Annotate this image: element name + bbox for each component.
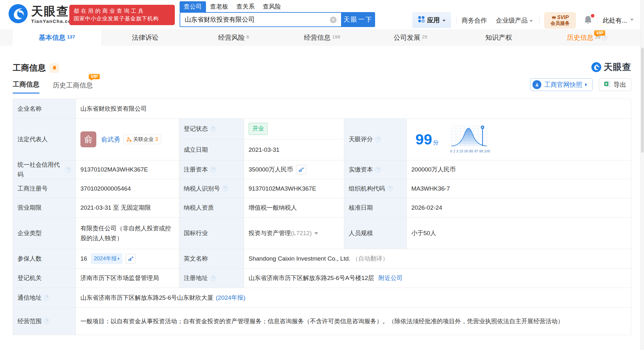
- taxpayer-id-label: 纳税人识别号?: [179, 179, 244, 198]
- help-icon[interactable]: ?: [210, 276, 216, 281]
- reg-authority-label: 登记机关: [13, 269, 76, 288]
- reg-status-label: 登记状态?: [179, 119, 244, 139]
- mail-address-label: 通信地址?: [13, 288, 76, 307]
- reg-address-label: 注册地址?: [179, 269, 244, 288]
- legal-rep-label: 法定代表人: [13, 119, 76, 160]
- tianyancha-logo-icon: [8, 4, 28, 25]
- tianyancha-logo[interactable]: 天眼查 TianYanCha.com: [8, 4, 76, 25]
- divider: [539, 17, 539, 24]
- enterprise-product-menu[interactable]: 企业级产品: [496, 16, 533, 25]
- help-icon[interactable]: ?: [223, 186, 228, 191]
- score-axis-ticks: 0131550859799100: [450, 148, 490, 154]
- business-info-table: 企业名称 山东省财欣投资有限公司 法定代表人 俞 俞武勇 关联企业 3 登记状: [13, 99, 631, 335]
- crown-icon: [552, 15, 556, 20]
- company-name-label: 企业名称: [13, 99, 76, 118]
- taxpayer-quality-value: 增值税一般纳税人: [244, 198, 344, 217]
- subtab-business-registration[interactable]: 工商信息: [13, 80, 39, 94]
- help-icon[interactable]: ?: [44, 295, 50, 300]
- reg-capital-value: 350000万人民币: [244, 160, 344, 179]
- chevron-down-icon: [442, 20, 446, 22]
- insured-count-value: 16 2024年报: [76, 249, 179, 268]
- annual-report-link[interactable]: (2024年报): [216, 293, 245, 303]
- insured-count-label: 参保人数: [13, 249, 76, 268]
- vip-badge: VIP: [89, 74, 100, 79]
- taxpayer-id-value: 91370102MA3WHK367E: [244, 179, 344, 198]
- notification-bell-icon[interactable]: [584, 15, 594, 25]
- search-tab-company[interactable]: 查公司: [180, 1, 206, 12]
- org-code-label: 组织机构代码?: [344, 179, 407, 198]
- reg-no-value: 370102000005464: [76, 179, 179, 198]
- search-input[interactable]: [180, 13, 320, 26]
- tab-operation-risk[interactable]: 经营风险6: [189, 29, 278, 46]
- annual-report-badge[interactable]: 2024年报: [91, 253, 122, 264]
- help-icon[interactable]: ?: [602, 35, 607, 40]
- promo-banner: 都在用的商业查询工具 国家中小企业发展子基金旗下机构: [69, 5, 175, 25]
- app-grid-icon: [418, 16, 425, 24]
- related-companies-badge[interactable]: 关联企业 3: [123, 135, 161, 144]
- paid-capital-label: 实缴资本?: [344, 160, 407, 179]
- insured-trend-icon[interactable]: [126, 254, 136, 263]
- tab-business-info[interactable]: 经营信息199: [278, 29, 366, 46]
- score-value[interactable]: 99分: [407, 119, 631, 160]
- legal-rep-avatar[interactable]: 俞: [80, 131, 96, 147]
- tianyancha-company-page: 天眼查 TianYanCha.com 都在用的商业查询工具 国家中小企业发展子基…: [0, 0, 644, 350]
- top-header: 天眼查 TianYanCha.com 都在用的商业查询工具 国家中小企业发展子基…: [0, 0, 644, 29]
- approve-date-value: 2026-02-24: [407, 198, 631, 217]
- help-icon[interactable]: ?: [66, 167, 71, 172]
- vertical-scrollbar[interactable]: [640, 0, 644, 350]
- tab-company-development[interactable]: 公司发展29: [366, 29, 455, 46]
- apps-menu[interactable]: 应用: [412, 12, 451, 28]
- section-title: 工商信息: [13, 62, 46, 74]
- search-button[interactable]: 天眼一下: [341, 12, 375, 27]
- search-tab-risk[interactable]: 查风险: [259, 1, 285, 12]
- capital-trend-icon[interactable]: [296, 165, 306, 174]
- paid-capital-value: 200000万人民币: [407, 160, 631, 179]
- biz-coop-link[interactable]: 商务合作: [462, 16, 487, 25]
- legal-rep-name-link[interactable]: 俞武勇: [101, 134, 120, 145]
- staff-size-label: 人员规模: [344, 218, 407, 249]
- help-icon[interactable]: ?: [210, 167, 216, 172]
- user-account-menu[interactable]: 此处有...: [603, 16, 634, 25]
- arrow-right-icon: [585, 83, 587, 86]
- scrollbar-thumb[interactable]: [641, 48, 644, 153]
- official-snapshot-button[interactable]: 工商官网快照: [530, 78, 593, 91]
- help-icon[interactable]: ?: [375, 137, 381, 142]
- chevron-down-icon: [630, 19, 634, 21]
- search-tab-relation[interactable]: 查关系: [232, 1, 259, 12]
- english-name-label: 英文名称: [179, 249, 244, 268]
- search-tab-boss[interactable]: 查老板: [206, 1, 232, 12]
- export-button[interactable]: 导出: [599, 78, 631, 91]
- tab-intellectual-property[interactable]: 知识产权: [455, 29, 543, 46]
- svip-member-button[interactable]: SVIP 会员服务: [544, 12, 576, 29]
- mail-address-value: 山东省济南市历下区解放东路25-6号山东财欣大厦 (2024年报): [76, 288, 631, 307]
- status-badge: 开业: [249, 123, 268, 135]
- clear-search-icon[interactable]: ✕: [330, 17, 337, 23]
- arrow-right-icon: [118, 257, 120, 260]
- help-icon[interactable]: ?: [210, 126, 216, 132]
- help-icon[interactable]: ?: [44, 318, 50, 324]
- business-scope-value: 一般项目：以自有资金从事投资活动；自有资金投资的资产管理服务；信息咨询服务（不含…: [76, 308, 631, 335]
- chevron-down-icon: [314, 232, 318, 234]
- search-input-box: ✕: [180, 12, 341, 27]
- establish-date-label: 成立日期: [179, 139, 244, 160]
- subtab-history-registration[interactable]: 历史工商信息 VIP: [53, 81, 93, 94]
- help-icon[interactable]: ?: [387, 186, 393, 191]
- nearby-companies-link[interactable]: 附近公司: [379, 273, 403, 283]
- tab-legal-litigation[interactable]: 法律诉讼: [101, 29, 189, 46]
- tianyancha-logo-icon: [591, 62, 601, 72]
- section-navbar: 基本信息137 法律诉讼 经营风险6 经营信息199 公司发展29 知识产权 V…: [0, 29, 644, 46]
- tab-history-info[interactable]: VIP 历史信息29 ?: [543, 29, 631, 46]
- excel-icon: [604, 80, 611, 89]
- industry-value[interactable]: 投资与资产管理(L7212): [244, 218, 344, 249]
- industry-label: 国标行业: [179, 218, 244, 249]
- legal-rep-value: 俞 俞武勇 关联企业 3: [76, 119, 179, 160]
- taxpayer-quality-label: 纳税人资质: [179, 198, 244, 217]
- business-term-label: 营业期限: [13, 198, 76, 217]
- divider: [456, 17, 456, 24]
- credit-code-label: 统一社会信用代码?: [13, 160, 76, 179]
- subscribe-bell-icon[interactable]: [50, 63, 59, 73]
- score-curve-chart: 0131550859799100: [450, 125, 490, 154]
- reg-status-value: 开业: [244, 119, 344, 139]
- tab-basic-info[interactable]: 基本信息137: [13, 29, 101, 46]
- help-icon[interactable]: ?: [375, 167, 381, 172]
